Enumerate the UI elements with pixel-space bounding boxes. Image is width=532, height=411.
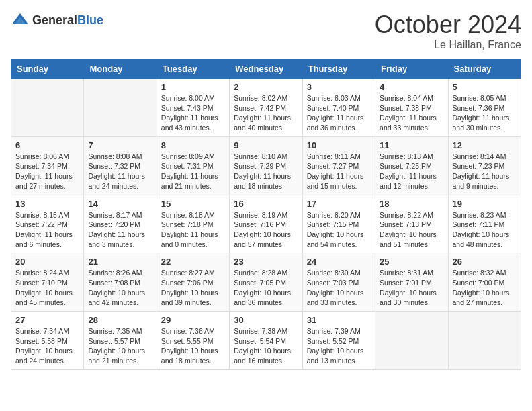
day-number: 25 bbox=[380, 257, 443, 267]
day-number: 24 bbox=[307, 257, 371, 267]
calendar-week-row: 6Sunrise: 8:06 AM Sunset: 7:34 PM Daylig… bbox=[11, 136, 521, 195]
day-info: Sunrise: 8:11 AM Sunset: 7:27 PM Dayligh… bbox=[307, 152, 371, 191]
day-info: Sunrise: 8:00 AM Sunset: 7:43 PM Dayligh… bbox=[161, 93, 225, 133]
day-number: 17 bbox=[307, 199, 371, 209]
day-number: 23 bbox=[234, 257, 298, 267]
day-number: 14 bbox=[88, 199, 152, 209]
weekday-header-cell: Wednesday bbox=[230, 60, 302, 79]
day-info: Sunrise: 8:23 AM Sunset: 7:11 PM Dayligh… bbox=[453, 210, 517, 250]
day-info: Sunrise: 8:14 AM Sunset: 7:23 PM Dayligh… bbox=[453, 152, 517, 191]
day-number: 4 bbox=[380, 82, 443, 92]
calendar-cell: 9Sunrise: 8:10 AM Sunset: 7:29 PM Daylig… bbox=[230, 136, 302, 195]
calendar-cell: 24Sunrise: 8:30 AM Sunset: 7:03 PM Dayli… bbox=[302, 253, 375, 312]
day-info: Sunrise: 8:13 AM Sunset: 7:25 PM Dayligh… bbox=[380, 152, 443, 191]
weekday-header-cell: Monday bbox=[84, 60, 157, 79]
logo-text: GeneralBlue bbox=[32, 13, 103, 28]
day-info: Sunrise: 8:06 AM Sunset: 7:34 PM Dayligh… bbox=[15, 152, 79, 191]
calendar-cell: 16Sunrise: 8:19 AM Sunset: 7:16 PM Dayli… bbox=[230, 195, 302, 253]
calendar-cell: 26Sunrise: 8:32 AM Sunset: 7:00 PM Dayli… bbox=[448, 253, 521, 312]
day-info: Sunrise: 8:32 AM Sunset: 7:00 PM Dayligh… bbox=[453, 268, 517, 308]
logo: GeneralBlue bbox=[11, 11, 103, 30]
day-number: 1 bbox=[161, 82, 225, 92]
day-info: Sunrise: 8:08 AM Sunset: 7:32 PM Dayligh… bbox=[88, 152, 152, 191]
calendar-cell: 17Sunrise: 8:20 AM Sunset: 7:15 PM Dayli… bbox=[302, 195, 375, 253]
day-info: Sunrise: 8:09 AM Sunset: 7:31 PM Dayligh… bbox=[161, 152, 225, 191]
day-info: Sunrise: 8:28 AM Sunset: 7:05 PM Dayligh… bbox=[234, 268, 298, 308]
day-info: Sunrise: 8:27 AM Sunset: 7:06 PM Dayligh… bbox=[161, 268, 225, 308]
calendar-cell: 11Sunrise: 8:13 AM Sunset: 7:25 PM Dayli… bbox=[375, 136, 448, 195]
calendar-cell: 5Sunrise: 8:05 AM Sunset: 7:36 PM Daylig… bbox=[448, 79, 521, 137]
weekday-header-row: SundayMondayTuesdayWednesdayThursdayFrid… bbox=[11, 60, 521, 79]
weekday-header-cell: Thursday bbox=[302, 60, 375, 79]
calendar-cell bbox=[11, 79, 84, 137]
calendar-cell: 15Sunrise: 8:18 AM Sunset: 7:18 PM Dayli… bbox=[157, 195, 229, 253]
day-info: Sunrise: 8:20 AM Sunset: 7:15 PM Dayligh… bbox=[307, 210, 371, 250]
day-number: 18 bbox=[380, 199, 443, 209]
day-number: 6 bbox=[15, 140, 79, 150]
calendar-cell: 31Sunrise: 7:39 AM Sunset: 5:52 PM Dayli… bbox=[302, 312, 375, 370]
day-info: Sunrise: 8:02 AM Sunset: 7:42 PM Dayligh… bbox=[234, 93, 298, 133]
weekday-header-cell: Friday bbox=[375, 60, 448, 79]
day-number: 7 bbox=[88, 140, 152, 150]
day-number: 19 bbox=[453, 199, 517, 209]
day-number: 2 bbox=[234, 82, 298, 92]
calendar-cell: 3Sunrise: 8:03 AM Sunset: 7:40 PM Daylig… bbox=[302, 79, 375, 137]
day-info: Sunrise: 8:05 AM Sunset: 7:36 PM Dayligh… bbox=[453, 93, 517, 133]
calendar-cell: 25Sunrise: 8:31 AM Sunset: 7:01 PM Dayli… bbox=[375, 253, 448, 312]
calendar-week-row: 13Sunrise: 8:15 AM Sunset: 7:22 PM Dayli… bbox=[11, 195, 521, 253]
day-info: Sunrise: 7:34 AM Sunset: 5:58 PM Dayligh… bbox=[15, 326, 79, 366]
day-info: Sunrise: 8:26 AM Sunset: 7:08 PM Dayligh… bbox=[88, 268, 152, 308]
calendar-cell: 4Sunrise: 8:04 AM Sunset: 7:38 PM Daylig… bbox=[375, 79, 448, 137]
calendar-cell bbox=[448, 312, 521, 370]
day-number: 30 bbox=[234, 315, 298, 325]
calendar-week-row: 27Sunrise: 7:34 AM Sunset: 5:58 PM Dayli… bbox=[11, 312, 521, 370]
day-info: Sunrise: 7:36 AM Sunset: 5:55 PM Dayligh… bbox=[161, 326, 225, 366]
day-number: 11 bbox=[380, 140, 443, 150]
calendar-cell: 23Sunrise: 8:28 AM Sunset: 7:05 PM Dayli… bbox=[230, 253, 302, 312]
day-number: 21 bbox=[88, 257, 152, 267]
day-number: 3 bbox=[307, 82, 371, 92]
title-area: October 2024 Le Haillan, France bbox=[375, 11, 521, 51]
weekday-header-cell: Tuesday bbox=[157, 60, 229, 79]
calendar-cell: 22Sunrise: 8:27 AM Sunset: 7:06 PM Dayli… bbox=[157, 253, 229, 312]
weekday-header-cell: Sunday bbox=[11, 60, 84, 79]
calendar-table: SundayMondayTuesdayWednesdayThursdayFrid… bbox=[11, 59, 521, 370]
calendar-week-row: 1Sunrise: 8:00 AM Sunset: 7:43 PM Daylig… bbox=[11, 79, 521, 137]
day-number: 10 bbox=[307, 140, 371, 150]
day-number: 8 bbox=[161, 140, 225, 150]
day-number: 20 bbox=[15, 257, 79, 267]
calendar-cell: 2Sunrise: 8:02 AM Sunset: 7:42 PM Daylig… bbox=[230, 79, 302, 137]
day-info: Sunrise: 7:38 AM Sunset: 5:54 PM Dayligh… bbox=[234, 326, 298, 366]
calendar-cell: 30Sunrise: 7:38 AM Sunset: 5:54 PM Dayli… bbox=[230, 312, 302, 370]
day-info: Sunrise: 8:10 AM Sunset: 7:29 PM Dayligh… bbox=[234, 152, 298, 191]
calendar-cell: 7Sunrise: 8:08 AM Sunset: 7:32 PM Daylig… bbox=[84, 136, 157, 195]
day-info: Sunrise: 7:39 AM Sunset: 5:52 PM Dayligh… bbox=[307, 326, 371, 366]
calendar-cell: 20Sunrise: 8:24 AM Sunset: 7:10 PM Dayli… bbox=[11, 253, 84, 312]
day-number: 12 bbox=[453, 140, 517, 150]
day-number: 28 bbox=[88, 315, 152, 325]
location-title: Le Haillan, France bbox=[375, 39, 521, 51]
day-number: 22 bbox=[161, 257, 225, 267]
day-info: Sunrise: 8:30 AM Sunset: 7:03 PM Dayligh… bbox=[307, 268, 371, 308]
header: GeneralBlue October 2024 Le Haillan, Fra… bbox=[11, 11, 521, 51]
calendar-cell: 12Sunrise: 8:14 AM Sunset: 7:23 PM Dayli… bbox=[448, 136, 521, 195]
day-number: 16 bbox=[234, 199, 298, 209]
calendar-cell: 21Sunrise: 8:26 AM Sunset: 7:08 PM Dayli… bbox=[84, 253, 157, 312]
calendar-cell bbox=[84, 79, 157, 137]
day-number: 9 bbox=[234, 140, 298, 150]
month-title: October 2024 bbox=[375, 11, 521, 39]
day-info: Sunrise: 8:22 AM Sunset: 7:13 PM Dayligh… bbox=[380, 210, 443, 250]
calendar-cell bbox=[375, 312, 448, 370]
weekday-header-cell: Saturday bbox=[448, 60, 521, 79]
calendar-cell: 18Sunrise: 8:22 AM Sunset: 7:13 PM Dayli… bbox=[375, 195, 448, 253]
day-info: Sunrise: 8:19 AM Sunset: 7:16 PM Dayligh… bbox=[234, 210, 298, 250]
calendar-cell: 6Sunrise: 8:06 AM Sunset: 7:34 PM Daylig… bbox=[11, 136, 84, 195]
day-number: 15 bbox=[161, 199, 225, 209]
day-number: 26 bbox=[453, 257, 517, 267]
day-number: 5 bbox=[453, 82, 517, 92]
calendar-cell: 29Sunrise: 7:36 AM Sunset: 5:55 PM Dayli… bbox=[157, 312, 229, 370]
calendar-cell: 13Sunrise: 8:15 AM Sunset: 7:22 PM Dayli… bbox=[11, 195, 84, 253]
calendar-body: 1Sunrise: 8:00 AM Sunset: 7:43 PM Daylig… bbox=[11, 79, 521, 370]
calendar-cell: 14Sunrise: 8:17 AM Sunset: 7:20 PM Dayli… bbox=[84, 195, 157, 253]
calendar-cell: 1Sunrise: 8:00 AM Sunset: 7:43 PM Daylig… bbox=[157, 79, 229, 137]
